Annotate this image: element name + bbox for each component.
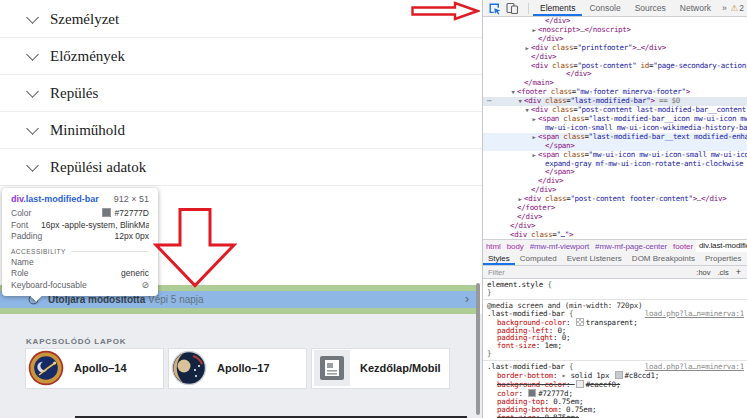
section-heading[interactable]: Repülési adatok [0, 149, 482, 186]
expand-arrow-icon[interactable]: ▶ [530, 115, 538, 124]
devtools-tab-network[interactable]: Network [673, 1, 718, 16]
expand-arrow-icon[interactable]: ▶ [516, 195, 524, 204]
dom-tree-node[interactable]: ▶<span class="mw-ui-icon mw-ui-icon-smal… [483, 151, 747, 160]
dom-tree-node[interactable]: ▶<noscript>…</noscript> [483, 26, 747, 35]
css-selector[interactable]: .last-modified-bar [487, 363, 565, 371]
css-selector[interactable]: .last-modified-bar [487, 310, 565, 318]
css-selector[interactable]: element.style [487, 281, 543, 289]
dom-tree-node[interactable]: </div> [483, 35, 747, 44]
dom-tree-node[interactable]: </div> [483, 213, 747, 222]
device-toolbar-icon[interactable] [506, 2, 519, 14]
code-token: mw-ui-icon-small mw-ui-icon-wikimedia-hi… [545, 124, 747, 133]
css-declaration[interactable]: border-bottom: ▸ solid 1px #c8ccd1; [487, 371, 744, 380]
tooltip-row-value: generic [121, 268, 149, 280]
dom-tree-node[interactable]: ▼<div class="post-content last-modified-… [483, 106, 747, 115]
dom-gutter [483, 204, 495, 213]
code-token: "…" [556, 231, 569, 239]
dom-tree-node[interactable]: </div> [483, 53, 747, 62]
dom-tree-node[interactable]: <div class="…"> [483, 231, 747, 239]
css-rule: element.style {} [483, 279, 747, 300]
dom-tree-node[interactable]: </div> [483, 186, 747, 195]
dom-tree-node[interactable]: mw-ui-icon-small mw-ui-icon-wikimedia-hi… [483, 124, 747, 133]
css-declaration[interactable]: font-size: 1em; [487, 342, 744, 350]
dom-tree-node[interactable]: ▶<span class="last-modified-bar__icon mw… [483, 115, 747, 124]
dom-tree-node[interactable]: </div> [483, 70, 747, 79]
dom-tree-node[interactable]: expand-gray mf-mw-ui-icon-rotate-anti-cl… [483, 160, 747, 169]
stylesheet-link[interactable]: load.php?la…n=minerva:1 [645, 363, 744, 371]
dom-tree-node[interactable]: </footer> [483, 204, 747, 213]
section-heading[interactable]: Személyzet [0, 1, 482, 38]
expand-arrow-icon[interactable]: ▶ [530, 26, 538, 35]
inspect-element-icon[interactable] [488, 2, 501, 15]
expand-arrow-icon[interactable]: ▸ [562, 371, 571, 380]
dom-tree-node[interactable]: ▶<span class="last-modified-bar__text mo… [483, 133, 747, 142]
devtools-tab-sources[interactable]: Sources [628, 1, 673, 16]
expand-arrow-icon[interactable]: ▼ [516, 97, 524, 106]
styles-filter-bar: Filter :hov .cls + [483, 266, 747, 279]
expand-arrow-icon[interactable]: ▶ [523, 44, 531, 53]
color-swatch[interactable] [615, 371, 623, 379]
breadcrumb-html[interactable]: html [483, 242, 504, 251]
color-swatch[interactable] [528, 389, 536, 397]
dom-tree-node[interactable]: ▶<div class="printfooter">…</div> [483, 44, 747, 53]
code-token: "last-modified-bar__text modified-enhanc… [589, 133, 747, 142]
dom-tree-node[interactable]: </div> [483, 222, 747, 231]
panel-tab-event-listeners[interactable]: Event Listeners [562, 253, 627, 265]
code-token: <div [531, 44, 548, 53]
dom-gutter [483, 53, 495, 62]
expand-arrow-icon[interactable]: ▼ [523, 106, 531, 115]
related-page-card[interactable]: Kezdőlap/Mobil [311, 348, 450, 389]
devtools-tab-console[interactable]: Console [582, 1, 627, 16]
indent [495, 160, 537, 169]
panel-tab-dom-breakpoints[interactable]: DOM Breakpoints [627, 253, 700, 265]
section-label: Előzmények [50, 48, 125, 65]
no-arrow [537, 124, 545, 133]
css-declaration[interactable]: font-size: 0.875em; [487, 414, 744, 418]
more-tabs-button[interactable]: » [718, 3, 731, 13]
dom-gutter [483, 186, 495, 195]
toggle-classes-button[interactable]: .cls [717, 268, 728, 277]
filter-input[interactable]: Filter [483, 268, 696, 277]
section-label: Repülés [50, 85, 98, 102]
breadcrumb--mw-mf-viewport[interactable]: #mw-mf-viewport [527, 242, 592, 251]
stylesheet-link[interactable]: load.php?la…n=minerva:1 [645, 310, 744, 318]
section-heading[interactable]: Miniműhold [0, 112, 482, 149]
warning-icon[interactable]: ⚠ [731, 3, 739, 13]
related-page-label: Apollo–14 [74, 362, 127, 374]
dom-tree-node[interactable]: </main> [483, 79, 747, 88]
breadcrumb-body[interactable]: body [504, 242, 527, 251]
color-swatch[interactable] [576, 380, 584, 388]
expand-arrow-icon[interactable]: ▶ [530, 133, 538, 142]
css-declaration[interactable]: background-color: #eaecf0; [487, 380, 744, 389]
dom-tree-node[interactable]: </span> [483, 168, 747, 177]
devtools-tab-elements[interactable]: Elements [533, 1, 582, 16]
dom-tree-node[interactable]: ▶<div class="post-content footer-content… [483, 195, 747, 204]
dom-tree-node[interactable]: </span> [483, 142, 747, 151]
expand-arrow-icon[interactable]: ▶ [530, 151, 538, 160]
code-token: > [569, 231, 573, 239]
toggle-hover-state-button[interactable]: :hov [696, 268, 710, 277]
tooltip-row: Color#72777D [11, 208, 149, 220]
dom-tree-node[interactable]: <div class="post-content" id="page-secon… [483, 62, 747, 71]
expand-arrow-icon[interactable]: ▼ [509, 88, 517, 97]
code-token: <footer [517, 88, 547, 97]
new-style-rule-button[interactable]: + [736, 267, 741, 277]
panel-tab-computed[interactable]: Computed [515, 253, 562, 265]
panel-tab-styles[interactable]: Styles [483, 253, 515, 265]
color-swatch[interactable] [576, 318, 584, 326]
page-scrollbar-thumb[interactable] [476, 283, 480, 415]
related-page-card[interactable]: Apollo–14 [25, 348, 164, 389]
section-heading[interactable]: Repülés [0, 75, 482, 112]
styles-pane: element.style {}@media screen and (min-w… [483, 279, 747, 394]
dom-tree-node[interactable]: </div> [483, 17, 747, 26]
breadcrumb--mw-mf-page-center[interactable]: #mw-mf-page-center [592, 242, 670, 251]
panel-tab-properties[interactable]: Properties [700, 253, 746, 265]
breadcrumb-div-last-modified-bar[interactable]: div.last-modified-bar [696, 240, 747, 252]
section-heading[interactable]: Előzmények [0, 38, 482, 75]
breadcrumb-footer[interactable]: footer [670, 242, 696, 251]
related-page-card[interactable]: Apollo–17 [168, 348, 307, 389]
dom-tree-node[interactable]: ▼<footer class="mw-footer minerva-footer… [483, 88, 747, 97]
dom-tree-node[interactable]: </div> [483, 177, 747, 186]
dom-tree-node[interactable]: ⋯▼<div class="last-modified-bar"> == $0 [483, 97, 747, 106]
dom-gutter [483, 231, 495, 239]
